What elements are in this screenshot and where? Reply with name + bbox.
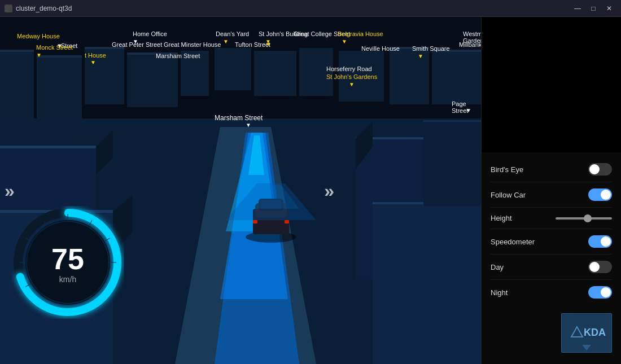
title-bar: cluster_demo-qt3d — □ ✕	[0, 0, 621, 17]
window-controls: — □ ✕	[570, 2, 616, 15]
kdab-logo-text: KDAB	[567, 315, 606, 344]
maximize-button[interactable]: □	[586, 2, 601, 15]
svg-rect-2	[37, 56, 82, 119]
label-horseferry: Horseferry Road	[326, 65, 372, 72]
label-sjg-arrow: ▼	[349, 81, 355, 87]
height-label: Height	[491, 214, 512, 222]
window-title: cluster_demo-qt3d	[16, 5, 72, 12]
svg-rect-28	[0, 146, 96, 148]
label-great-peter: Great Peter Street	[112, 41, 162, 48]
day-label: Day	[491, 263, 504, 271]
label-belgravia: Belgravia House	[338, 30, 383, 37]
app-icon	[5, 5, 12, 12]
follow-car-label: Follow Car	[491, 191, 526, 199]
title-bar-left: cluster_demo-qt3d	[5, 5, 72, 12]
height-slider[interactable]	[556, 217, 612, 220]
label-marsham-main: Marsham Street	[215, 114, 263, 122]
svg-rect-11	[432, 51, 481, 104]
label-neville: Neville House	[361, 45, 400, 52]
kdab-logo: KDAB	[561, 313, 612, 353]
svg-rect-44	[253, 220, 257, 223]
svg-text:km/h: km/h	[59, 275, 76, 284]
label-millbank: Millbank	[459, 41, 481, 48]
label-belgravia-arrow: ▼	[342, 38, 347, 45]
minimize-button[interactable]: —	[570, 2, 585, 15]
svg-rect-39	[423, 120, 481, 122]
label-home-office: Home Office	[133, 30, 167, 37]
label-tufton-arrow: ▼	[265, 41, 271, 47]
map-3d: Medway House ▼ Street Home Office ▼ Dean…	[0, 17, 481, 364]
night-label: Night	[491, 288, 508, 297]
map-area[interactable]: Medway House ▼ Street Home Office ▼ Dean…	[0, 17, 481, 364]
label-smith: Smith Square	[412, 45, 450, 52]
svg-text:KDAB: KDAB	[584, 327, 606, 338]
label-t-house: t House	[85, 52, 106, 59]
svg-rect-38	[423, 121, 481, 206]
svg-rect-7	[254, 51, 296, 96]
label-page-arrow: ▼	[466, 107, 471, 113]
height-row: Height	[491, 208, 612, 229]
day-toggle[interactable]	[588, 261, 612, 273]
label-smith-arrow: ▼	[418, 53, 423, 59]
svg-rect-36	[373, 203, 481, 364]
kdab-triangle	[582, 345, 591, 350]
birds-eye-label: Bird's Eye	[491, 165, 523, 174]
panel-top-area	[482, 17, 621, 152]
svg-rect-13	[37, 55, 82, 58]
label-monck-arrow: ▼	[36, 52, 42, 58]
birds-eye-toggle[interactable]	[588, 163, 612, 176]
follow-car-toggle[interactable]	[588, 188, 612, 201]
svg-rect-4	[127, 54, 178, 107]
label-t-house-arrow: ▼	[90, 59, 96, 65]
label-medway: Medway House	[17, 33, 60, 40]
svg-rect-6	[215, 48, 251, 90]
day-row: Day	[491, 255, 612, 280]
svg-rect-12	[0, 50, 34, 52]
speedometer-row: Speedometer	[491, 229, 612, 255]
nav-arrow-right[interactable]: »	[324, 180, 334, 201]
speedometer-toggle[interactable]	[588, 235, 612, 248]
label-deans: Dean's Yard	[216, 30, 249, 37]
speed-gauge: 75 km/h	[11, 206, 124, 319]
svg-rect-45	[285, 220, 289, 223]
right-panel: Bird's Eye Follow Car Height Speedometer…	[481, 17, 621, 364]
label-deans-arrow: ▼	[223, 38, 229, 45]
follow-car-row: Follow Car	[491, 182, 612, 208]
night-toggle[interactable]	[588, 286, 612, 299]
label-marsham: Marsham Street	[156, 52, 200, 59]
birds-eye-row: Bird's Eye	[491, 157, 612, 182]
label-monck: Monck Street	[36, 44, 73, 51]
label-marsham-arrow: ▼	[246, 122, 251, 128]
label-great-minster: Great Minster House	[164, 41, 221, 48]
night-row: Night	[491, 280, 612, 305]
label-johns-building: St John's Building	[259, 30, 308, 37]
speedometer-label: Speedometer	[491, 238, 535, 246]
main-content: Medway House ▼ Street Home Office ▼ Dean…	[0, 17, 621, 364]
panel-controls: Bird's Eye Follow Car Height Speedometer…	[482, 152, 621, 309]
close-button[interactable]: ✕	[602, 2, 616, 15]
svg-rect-1	[0, 51, 34, 119]
nav-arrow-left[interactable]: »	[5, 180, 15, 201]
svg-marker-63	[571, 327, 583, 337]
kdab-area: KDAB	[482, 309, 621, 364]
svg-text:75: 75	[51, 243, 84, 275]
label-st-johns-gardens: St John's Gardens	[326, 73, 377, 80]
